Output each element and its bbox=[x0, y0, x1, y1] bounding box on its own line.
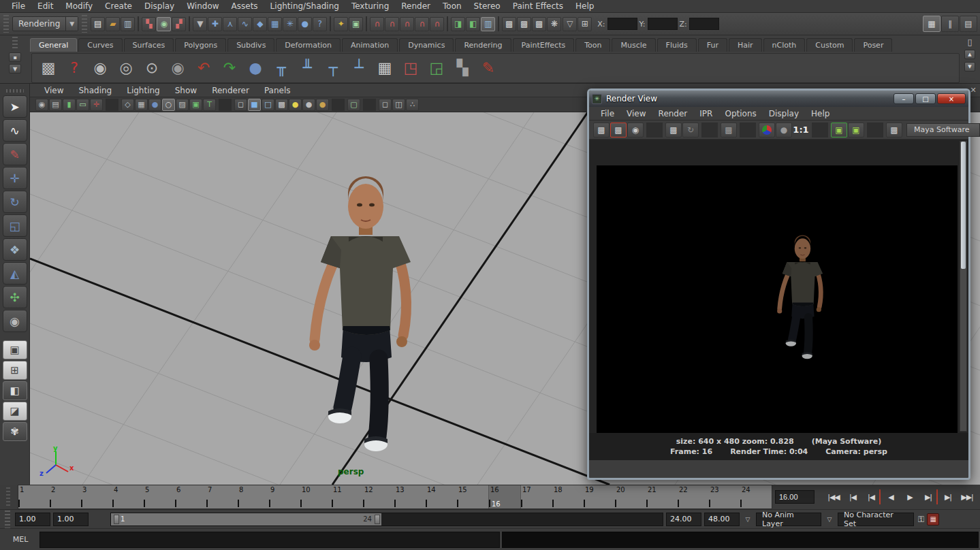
menu-item[interactable]: File bbox=[5, 1, 31, 11]
timeline-frame[interactable]: 10 bbox=[300, 485, 332, 508]
highlight-selection-icon[interactable]: ▣ bbox=[349, 17, 363, 31]
viewport-menu-item[interactable]: Shading bbox=[71, 86, 119, 95]
input-connections-icon[interactable]: ◨ bbox=[451, 17, 465, 31]
bookmarks-icon[interactable]: ▮ bbox=[63, 99, 76, 111]
menu-item[interactable]: Paint Effects bbox=[507, 1, 569, 11]
select-tool-icon[interactable]: ➤ bbox=[3, 95, 27, 118]
menu-item[interactable]: Display bbox=[138, 1, 180, 11]
menu-item[interactable]: Create bbox=[99, 1, 138, 11]
shelf-tab-fluids[interactable]: Fluids bbox=[657, 38, 697, 52]
timeline-frame[interactable]: 18 bbox=[552, 485, 584, 508]
y-field[interactable] bbox=[648, 18, 678, 30]
help-icon[interactable]: ? bbox=[63, 57, 85, 79]
select-component-mode-icon[interactable]: ▞ bbox=[172, 17, 186, 31]
layout-custom-button[interactable]: ✾ bbox=[3, 422, 27, 441]
timeline-frame[interactable]: 14 bbox=[426, 485, 457, 508]
menu-item[interactable]: Texturing bbox=[345, 1, 395, 11]
shelf-scroll-down-button[interactable]: ▼ bbox=[964, 62, 975, 71]
snap-to-grids-icon[interactable]: ∩ bbox=[370, 17, 384, 31]
layout-four-pane-button[interactable]: ⊞ bbox=[3, 361, 27, 380]
hypergraph-icon[interactable]: ▦ bbox=[374, 57, 396, 79]
playback-start-field[interactable]: 1.00 bbox=[53, 513, 89, 526]
layout-persp-graph-button[interactable]: ◪ bbox=[3, 402, 27, 421]
timeline-frame[interactable]: 2 bbox=[50, 485, 81, 508]
frame-selection-icon[interactable]: ◫ bbox=[392, 99, 405, 111]
shelf-tab-animation[interactable]: Animation bbox=[342, 38, 398, 52]
open-render-view-icon[interactable]: ▩ bbox=[502, 17, 516, 31]
selection-mask-menu-icon[interactable]: ▼ bbox=[193, 17, 207, 31]
playback-range[interactable]: 1 24 bbox=[111, 513, 381, 525]
ungroup-icon[interactable]: ┬ bbox=[322, 57, 344, 79]
menu-item[interactable]: Lighting/Shading bbox=[264, 1, 345, 11]
camera-attributes-icon[interactable]: ▤ bbox=[49, 99, 62, 111]
mel-toggle-label[interactable]: MEL bbox=[1, 535, 39, 544]
timeline-frame[interactable]: 9 bbox=[269, 485, 300, 508]
character-model[interactable] bbox=[283, 155, 447, 454]
reorder-icon[interactable]: ┴ bbox=[348, 57, 370, 79]
paint-brush-shelf-icon[interactable]: ✎ bbox=[477, 57, 499, 79]
menu-item[interactable]: Toon bbox=[437, 1, 468, 11]
shelf-tab-deformation[interactable]: Deformation bbox=[276, 38, 341, 52]
anim-layer-dropdown[interactable]: No Anim Layer bbox=[756, 513, 821, 526]
range-grip[interactable] bbox=[5, 511, 10, 528]
timeline-frame[interactable]: 1 bbox=[18, 485, 50, 508]
show-manipulator-tool-icon[interactable]: ✣ bbox=[3, 286, 27, 308]
tool-settings-toggle-icon[interactable]: ∥ bbox=[941, 16, 959, 32]
play-forwards-button[interactable]: ▶ bbox=[901, 489, 919, 504]
render-view-menu-item[interactable]: Render bbox=[652, 109, 694, 118]
viewport-menu-item[interactable]: Renderer bbox=[204, 86, 257, 95]
render-view-scrollbar[interactable] bbox=[960, 141, 967, 432]
viewport-menu-item[interactable]: Lighting bbox=[119, 86, 168, 95]
chevron-down-icon[interactable]: ▼ bbox=[65, 17, 78, 31]
timeline-frame[interactable]: 6 bbox=[175, 485, 206, 508]
isolate-select-icon[interactable]: ▢ bbox=[347, 99, 360, 111]
lights-all-icon[interactable]: ● bbox=[316, 99, 329, 111]
step-back-key-button[interactable]: |◀ bbox=[863, 489, 881, 504]
menu-item[interactable]: Window bbox=[180, 1, 225, 11]
timeline-frame[interactable]: 8 bbox=[238, 485, 269, 508]
play-backwards-button[interactable]: ◀ bbox=[882, 489, 900, 504]
shelf-tab-general[interactable]: General bbox=[30, 38, 77, 52]
select-hierarchy-shelf-icon[interactable]: ◳ bbox=[400, 57, 422, 79]
xray-cube-icon[interactable]: □ bbox=[262, 99, 274, 111]
select-surfaces-icon[interactable]: ◆ bbox=[253, 17, 267, 31]
close-button[interactable]: × bbox=[937, 93, 966, 104]
layout-single-pane-button[interactable]: ▣ bbox=[3, 340, 27, 359]
chevron-down-icon[interactable]: ▽ bbox=[742, 516, 753, 523]
undo-icon[interactable]: ↶ bbox=[193, 57, 215, 79]
shelf-grip[interactable] bbox=[12, 37, 18, 50]
render-current-frame-icon[interactable]: ▩ bbox=[517, 17, 531, 31]
statusline-grip[interactable] bbox=[82, 15, 87, 33]
timeline-frame[interactable]: 17 bbox=[521, 485, 552, 508]
move-tool-icon[interactable]: ✛ bbox=[3, 167, 27, 189]
redo-previous-render-icon[interactable]: ▩ bbox=[610, 123, 627, 138]
remove-image-icon[interactable]: ▣ bbox=[848, 123, 864, 138]
render-image-panel[interactable] bbox=[589, 140, 968, 433]
shelf-tab-rendering[interactable]: Rendering bbox=[455, 38, 511, 52]
open-render-settings-icon[interactable]: ▩ bbox=[886, 123, 902, 138]
minimize-button[interactable]: – bbox=[894, 93, 914, 104]
statusline-grip[interactable] bbox=[3, 15, 9, 33]
set-key-icon[interactable]: ⚿ bbox=[918, 515, 924, 524]
make-live-icon[interactable]: ▥ bbox=[481, 17, 495, 31]
timeline-frame[interactable]: 3 bbox=[81, 485, 112, 508]
timeline-frame[interactable]: 12 bbox=[363, 485, 394, 508]
step-back-frame-button[interactable]: |◀ bbox=[844, 489, 862, 504]
animation-start-field[interactable]: 1.00 bbox=[15, 513, 50, 526]
range-slider-track[interactable]: 1 24 bbox=[110, 513, 663, 526]
smooth-shade-icon[interactable]: ○ bbox=[162, 99, 175, 111]
select-object-mode-icon[interactable]: ◉ bbox=[157, 17, 171, 31]
redo-icon[interactable]: ↷ bbox=[219, 57, 240, 79]
select-dynamics-icon[interactable]: ✳ bbox=[283, 17, 297, 31]
menu-item[interactable]: Render bbox=[395, 1, 437, 11]
chevron-down-icon[interactable]: ▽ bbox=[824, 516, 835, 523]
shelf-tab-surfaces[interactable]: Surfaces bbox=[124, 38, 174, 52]
refresh-ipr-icon[interactable]: ↻ bbox=[682, 123, 699, 138]
attribute-editor-toggle-icon[interactable]: ▤ bbox=[960, 16, 977, 32]
wireframe-cube-icon[interactable]: ◻ bbox=[234, 99, 247, 111]
shaded-icon[interactable]: ● bbox=[148, 99, 161, 111]
select-camera-icon[interactable]: ◉ bbox=[35, 99, 48, 111]
menu-item[interactable]: Stereo bbox=[468, 1, 507, 11]
new-scene-icon[interactable]: ▤ bbox=[91, 17, 105, 31]
timeline-frame[interactable]: 19 bbox=[584, 485, 615, 508]
